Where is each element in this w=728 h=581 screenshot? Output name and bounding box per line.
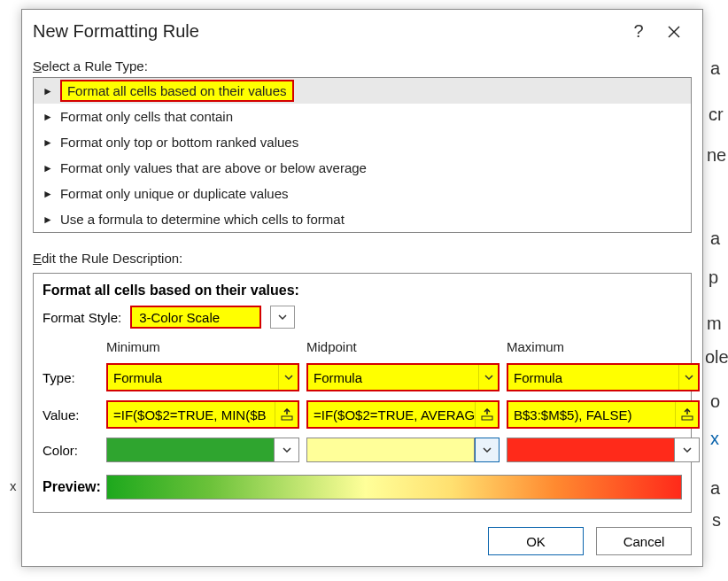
rule-type-item[interactable]: ► Use a formula to determine which cells…	[34, 206, 691, 232]
bg-text: x	[10, 478, 17, 493]
caret-right-icon: ►	[43, 111, 53, 123]
caret-right-icon: ►	[43, 136, 53, 149]
new-formatting-rule-dialog: New Formatting Rule ? Select a Rule Type…	[21, 9, 703, 567]
color-swatch	[106, 438, 275, 462]
mid-value-input[interactable]: =IF($O$2=TRUE, AVERAG	[306, 400, 500, 429]
color-swatch	[306, 438, 475, 462]
preview-row: Preview:	[43, 475, 682, 500]
mid-type-select[interactable]: Formula	[306, 363, 500, 391]
bg-text: p	[709, 267, 718, 288]
rule-type-text: Format only cells that contain	[60, 109, 233, 124]
description-heading: Format all cells based on their values:	[43, 283, 682, 298]
min-color-select[interactable]	[106, 438, 299, 462]
color-row-label: Color:	[43, 443, 99, 458]
collapse-dialog-icon[interactable]	[675, 402, 698, 427]
chevron-down-icon	[278, 365, 298, 390]
rule-type-text: Format only unique or duplicate values	[60, 186, 289, 201]
rule-type-item[interactable]: ► Format only top or bottom ranked value…	[34, 129, 691, 155]
caret-right-icon: ►	[43, 213, 53, 226]
value-row-label: Value:	[43, 407, 99, 422]
chevron-down-icon[interactable]	[275, 438, 299, 462]
bg-text: a	[710, 478, 720, 499]
preview-gradient	[106, 475, 682, 500]
col-head-min: Minimum	[106, 339, 299, 354]
bg-text: ole	[705, 347, 728, 368]
chevron-down-icon	[478, 365, 498, 390]
rule-type-list[interactable]: ► Format all cells based on their values…	[33, 77, 692, 233]
format-style-dropdown[interactable]	[270, 306, 295, 329]
color-swatch	[507, 438, 675, 462]
dialog-buttons: OK Cancel	[33, 527, 692, 555]
svg-rect-2	[282, 416, 292, 420]
chevron-down-icon	[678, 365, 698, 390]
type-row-label: Type:	[43, 370, 99, 385]
rule-type-text: Format only top or bottom ranked values	[60, 135, 298, 150]
close-icon	[667, 25, 681, 39]
caret-right-icon: ►	[43, 85, 53, 97]
bg-text: s	[712, 510, 721, 531]
caret-right-icon: ►	[43, 188, 53, 200]
format-style-label: Format Style:	[43, 310, 121, 325]
bg-text: x	[710, 429, 719, 449]
format-style-row: Format Style: 3-Color Scale	[43, 306, 682, 329]
ok-button[interactable]: OK	[488, 527, 584, 555]
bg-text: o	[710, 391, 720, 412]
rule-type-text: Format all cells based on their values	[60, 80, 294, 102]
bg-text: cr	[709, 105, 724, 125]
cancel-button[interactable]: Cancel	[596, 527, 692, 555]
dialog-title: New Formatting Rule	[33, 21, 621, 42]
rule-type-text: Use a formula to determine which cells t…	[60, 212, 345, 227]
rule-type-item[interactable]: ► Format only cells that contain	[34, 104, 691, 129]
rule-type-item[interactable]: ► Format all cells based on their values	[34, 78, 691, 104]
format-style-value[interactable]: 3-Color Scale	[130, 306, 261, 329]
svg-rect-6	[682, 416, 693, 420]
min-value-input[interactable]: =IF($O$2=TRUE, MIN($B	[106, 400, 299, 429]
close-button[interactable]	[656, 18, 692, 46]
scale-grid: Minimum Midpoint Maximum Type: Formula F…	[43, 339, 682, 462]
caret-right-icon: ►	[43, 162, 53, 174]
min-type-select[interactable]: Formula	[106, 363, 299, 391]
rule-type-item[interactable]: ► Format only values that are above or b…	[34, 155, 691, 181]
max-color-select[interactable]	[507, 438, 700, 462]
bg-text: a	[710, 58, 720, 79]
col-head-mid: Midpoint	[306, 339, 500, 354]
svg-rect-4	[482, 416, 492, 420]
rule-description-panel: Format all cells based on their values: …	[33, 273, 692, 513]
help-button[interactable]: ?	[621, 18, 656, 46]
max-type-select[interactable]: Formula	[507, 363, 700, 391]
chevron-down-icon[interactable]	[475, 438, 500, 462]
titlebar: New Formatting Rule ?	[33, 17, 692, 46]
rule-type-item[interactable]: ► Format only unique or duplicate values	[34, 181, 691, 206]
mid-color-select[interactable]	[306, 438, 500, 462]
edit-rule-description-label: Edit the Rule Description:	[33, 251, 692, 266]
select-rule-type-label: Select a Rule Type:	[33, 58, 692, 74]
chevron-down-icon	[278, 313, 287, 321]
preview-label: Preview:	[43, 479, 101, 495]
bg-text: ne	[707, 145, 726, 166]
bg-text: m	[707, 314, 722, 334]
rule-type-text: Format only values that are above or bel…	[60, 160, 367, 175]
max-value-input[interactable]: B$3:$M$5), FALSE)	[507, 400, 700, 429]
col-head-max: Maximum	[507, 339, 700, 354]
collapse-dialog-icon[interactable]	[475, 402, 498, 427]
bg-text: a	[710, 229, 720, 249]
collapse-dialog-icon[interactable]	[275, 402, 298, 427]
chevron-down-icon[interactable]	[675, 438, 700, 462]
